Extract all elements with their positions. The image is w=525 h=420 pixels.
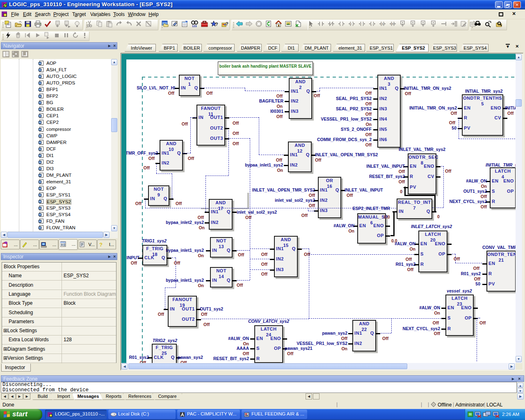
svg-text:R: R	[392, 22, 394, 26]
svg-text:?: ?	[215, 22, 218, 27]
svg-text:↑: ↑	[361, 22, 363, 26]
svg-text:123: 123	[192, 25, 197, 27]
svg-text:S: S	[381, 22, 384, 26]
svg-text:m: m	[463, 23, 466, 27]
svg-text:?: ?	[226, 21, 228, 26]
svg-text:?: ?	[99, 242, 103, 248]
svg-text:/: /	[351, 22, 352, 26]
svg-text:↓: ↓	[371, 22, 373, 26]
